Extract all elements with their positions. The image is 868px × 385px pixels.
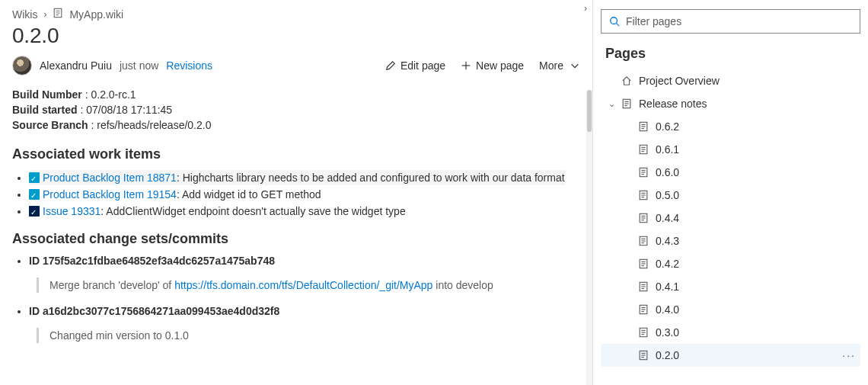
work-item: Product Backlog Item 19154: Add widget i… [29,187,565,202]
commits-heading: Associated change sets/commits [12,231,565,247]
tree-label: Release notes [639,98,707,110]
tree-version-page[interactable]: 0.3.0 [601,321,860,344]
tree-version-page-icon [637,144,649,155]
tree-version-page-icon [637,350,649,361]
plus-icon [461,60,471,71]
more-button[interactable]: More [539,59,580,72]
tree-version-page[interactable]: 0.6.2 [601,115,860,138]
svg-point-6 [611,18,617,24]
tree-label: 0.3.0 [656,326,679,338]
tree-version-page-icon [637,281,649,292]
tree-version-page-icon [637,190,649,201]
tree-version-page[interactable]: 0.4.3 [601,229,860,252]
work-item-badge-icon [29,189,40,200]
tree-label: 0.6.2 [656,120,679,133]
tree-project-overview-icon [621,75,633,86]
work-items-heading: Associated work items [12,146,565,162]
chevron-right-icon: › [43,9,46,20]
tree-version-page-icon [637,304,649,315]
time-ago: just now [120,59,158,72]
tree-version-page-icon [637,327,649,338]
tree-label: 0.4.4 [656,212,679,224]
work-item-badge-icon [29,172,40,183]
tree-label: 0.6.1 [656,143,679,156]
commit-item: ID a16d2bc3077c1756864271aa099453ae4d0d3… [29,305,565,343]
revisions-link[interactable]: Revisions [166,59,212,72]
tree-version-page[interactable]: 0.4.4 [601,207,860,229]
page-title: 0.2.0 [12,24,580,48]
tree-version-page[interactable]: 0.2.0··· [601,344,860,367]
work-item-link[interactable]: Product Backlog Item 18871 [43,172,177,184]
commit-item: ID 175f5a2c1fdbae64852ef3a4dc6257a1475ab… [29,255,565,293]
page-more-button[interactable]: ··· [842,349,856,361]
filter-pages-input[interactable]: Filter pages [601,9,860,34]
author-name[interactable]: Alexandru Puiu [40,59,112,72]
build-metadata: Build Number : 0.2.0-rc.1 Build started … [12,87,565,133]
tree-label: Project Overview [639,75,720,87]
work-item: Product Backlog Item 18871: Highcharts l… [29,170,565,185]
breadcrumb-root[interactable]: Wikis [12,8,37,21]
commit-repo-link[interactable]: https://tfs.domain.com/tfs/DefaultCollec… [174,279,432,291]
expander-icon[interactable]: ⌄ [608,99,617,109]
tree-label: 0.2.0 [656,349,679,361]
filter-placeholder: Filter pages [626,15,681,27]
tree-version-page[interactable]: 0.5.0 [601,184,860,207]
content-scrollbar[interactable] [586,90,592,385]
more-label: More [539,59,563,72]
tree-version-page[interactable]: 0.4.0 [601,298,860,321]
pencil-icon [385,60,396,71]
tree-version-page-icon [637,258,649,269]
tree-version-page[interactable]: 0.6.1 [601,138,860,161]
chevron-down-icon [570,60,580,71]
tree-label: 0.4.3 [656,235,679,247]
tree-label: 0.5.0 [656,189,679,201]
breadcrumb-current[interactable]: MyApp.wiki [69,8,123,21]
new-page-label: New page [476,59,524,72]
edit-page-label: Edit page [400,59,445,72]
tree-version-page-icon [637,213,649,223]
author-avatar[interactable] [12,56,32,75]
new-page-button[interactable]: New page [461,59,524,72]
tree-label: 0.4.1 [656,281,679,293]
tree-project-overview[interactable]: Project Overview [601,69,860,92]
tree-label: 0.6.0 [656,166,679,178]
tree-version-page[interactable]: 0.4.2 [601,252,860,275]
tree-release-notes-icon [621,98,633,109]
tree-version-page-icon [637,167,649,178]
tree-label: 0.4.0 [656,303,679,316]
svg-line-7 [617,24,620,27]
tree-version-page[interactable]: 0.4.1 [601,275,860,298]
wiki-doc-icon [53,8,63,21]
breadcrumb: Wikis › MyApp.wiki [12,6,580,21]
tree-version-page-icon [637,236,649,246]
search-icon [609,16,620,27]
work-item-link[interactable]: Issue 19331 [43,205,101,217]
commit-message: Changed min version to 0.1.0 [37,328,565,343]
tree-release-notes[interactable]: ⌄Release notes [601,92,860,115]
pages-heading: Pages [605,46,860,62]
work-item-badge-icon [29,206,40,217]
commit-id: ID a16d2bc3077c1756864271aa099453ae4d0d3… [29,305,565,317]
tree-version-page[interactable]: 0.6.0 [601,161,860,184]
tree-version-page-icon [637,121,649,132]
edit-page-button[interactable]: Edit page [385,59,445,72]
collapse-panel-button[interactable]: › [584,3,587,14]
work-item: Issue 19331: AddClientWidget endpoint do… [29,204,565,219]
tree-label: 0.4.2 [656,258,679,270]
commit-message: Merge branch 'develop' of https://tfs.do… [37,278,565,293]
work-item-link[interactable]: Product Backlog Item 19154 [43,188,177,201]
commit-id: ID 175f5a2c1fdbae64852ef3a4dc6257a1475ab… [29,255,565,267]
